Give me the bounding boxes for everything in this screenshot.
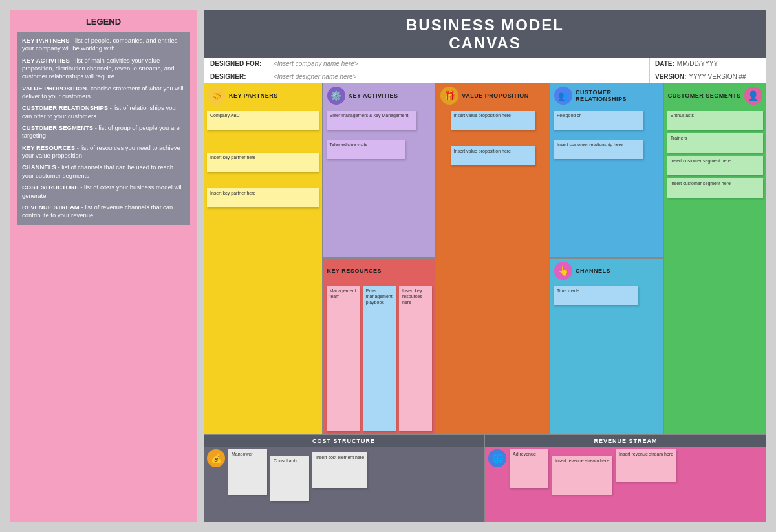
- kr-body: Management team Enter management playboo…: [323, 283, 436, 434]
- vp-title: VALUE PROPOSITION: [462, 92, 528, 99]
- legend-item-ka: KEY ACTIVITIES - list of main activities…: [22, 57, 185, 81]
- cs-icon: 👤: [744, 87, 762, 105]
- kr-note-2[interactable]: Enter management playbook: [363, 286, 396, 431]
- meta-right: DATE: MM/DD/YYYY VERSION: YYYY VERSION #…: [650, 58, 766, 83]
- vp-note-1[interactable]: Insert value proposition here: [451, 111, 535, 130]
- ch-title: CHANNELS: [576, 268, 610, 274]
- cs-header: CUSTOMER SEGMENTS 👤: [664, 83, 766, 108]
- legend-item-cost: COST STRUCTURE - list of costs your busi…: [22, 184, 185, 200]
- cr-body: Feelgood cr Insert customer relationship…: [550, 108, 663, 257]
- cost-body: 💰 Manpower Consultants Insert cost eleme…: [204, 447, 484, 522]
- cost-note-1[interactable]: Manpower: [228, 449, 267, 495]
- bottom-row: COST STRUCTURE 💰 Manpower Consultants In…: [204, 435, 766, 522]
- cell-cost-structure: COST STRUCTURE 💰 Manpower Consultants In…: [204, 435, 485, 522]
- legend-item-cs: CUSTOMER SEGMENTS - list of group of peo…: [22, 124, 185, 140]
- kp-note-1[interactable]: Company ABC: [207, 111, 319, 130]
- canvas-header: BUSINESS MODEL CANVAS: [204, 10, 766, 58]
- cs-body: Enthusiasts Trainers Insert customer seg…: [664, 108, 766, 434]
- meta-version: VERSION: YYYY VERSION ##: [650, 70, 766, 83]
- cr-note-1[interactable]: Feelgood cr: [554, 111, 643, 130]
- legend-item-ch: CHANNELS - list of channels that can be …: [22, 164, 185, 180]
- cost-note-2[interactable]: Consultants: [270, 456, 309, 501]
- cost-note-3[interactable]: Insert cost element here: [312, 452, 367, 488]
- canvas-panel: BUSINESS MODEL CANVAS DESIGNED FOR: <Ins…: [204, 10, 766, 522]
- kr-note-3[interactable]: Insert key resources here: [399, 286, 432, 431]
- meta-date: DATE: MM/DD/YYYY: [650, 58, 766, 70]
- legend-item-kr: KEY RESOURCES - list of resources you ne…: [22, 144, 185, 160]
- ch-note-1[interactable]: Time made: [554, 286, 638, 305]
- ka-icon: ⚙️: [327, 87, 345, 105]
- legend-title: LEGEND: [17, 17, 190, 27]
- legend-body: KEY PARTNERS - list of people, companies…: [17, 32, 190, 225]
- meta-designed-for: DESIGNED FOR: <Insert company name here>: [204, 58, 649, 70]
- vp-body: Insert value proposition here Insert val…: [436, 108, 549, 434]
- cr-icon: 👥: [554, 87, 572, 105]
- ka-note-1[interactable]: Enter management & key Management: [327, 111, 416, 130]
- kp-icon: 🤝: [208, 87, 226, 105]
- kp-note-2[interactable]: Insert key partner here: [207, 153, 319, 172]
- rev-note-1[interactable]: Ad revenue: [510, 449, 548, 488]
- legend-item-vp: VALUE PROPOSITION- concise statement of …: [22, 85, 185, 101]
- cr-header: 👥 CUSTOMER RELATIONSHIPS: [550, 83, 663, 108]
- cs-note-4[interactable]: Insert customer segment here: [667, 178, 763, 198]
- cell-channels: 👆 CHANNELS Time made: [550, 259, 664, 434]
- kr-title: KEY RESOURCES: [327, 268, 382, 274]
- rev-body: 🌐 Ad revenue Insert revenue stream here …: [485, 447, 766, 522]
- rev-note-2[interactable]: Insert revenue stream here: [552, 456, 612, 495]
- vp-icon: 🎁: [440, 87, 458, 105]
- legend-item-kp: KEY PARTNERS - list of people, companies…: [22, 37, 185, 53]
- cs-title: CUSTOMER SEGMENTS: [668, 92, 741, 99]
- cs-note-1[interactable]: Enthusiasts: [667, 111, 763, 130]
- rev-icon: 🌐: [488, 449, 506, 467]
- cell-key-partners: 🤝 KEY PARTNERS Company ABC Insert key pa…: [204, 83, 323, 434]
- legend-item-cr: CUSTOMER RELATIONSHIPS - list of relatio…: [22, 104, 185, 120]
- cr-note-2[interactable]: Insert customer relationship here: [554, 140, 643, 159]
- kp-title: KEY PARTNERS: [229, 92, 278, 99]
- cell-key-resources: KEY RESOURCES Management team Enter mana…: [323, 259, 437, 434]
- kp-note-3[interactable]: Insert key partner here: [207, 188, 319, 207]
- main-grid: 🤝 KEY PARTNERS Company ABC Insert key pa…: [204, 83, 766, 435]
- ch-icon: 👆: [554, 262, 572, 280]
- cell-key-activities: ⚙️ KEY ACTIVITIES Enter management & key…: [323, 83, 437, 259]
- cell-revenue-stream: REVENUE STREAM 🌐 Ad revenue Insert reven…: [485, 435, 766, 522]
- ka-body: Enter management & key Management Teleme…: [323, 108, 436, 257]
- legend-panel: LEGEND KEY PARTNERS - list of people, co…: [10, 10, 197, 522]
- kp-header: 🤝 KEY PARTNERS: [204, 83, 322, 108]
- cost-header: COST STRUCTURE: [204, 435, 484, 447]
- meta-designer: DESIGNER: <Insert designer name here>: [204, 70, 649, 83]
- vp-header: 🎁 VALUE PROPOSITION: [436, 83, 549, 108]
- kp-body: Company ABC Insert key partner here Inse…: [204, 108, 322, 434]
- ch-header: 👆 CHANNELS: [550, 259, 663, 283]
- canvas-body: 🤝 KEY PARTNERS Company ABC Insert key pa…: [204, 83, 766, 522]
- kr-note-1[interactable]: Management team: [327, 286, 360, 431]
- ka-header: ⚙️ KEY ACTIVITIES: [323, 83, 436, 108]
- rev-note-3[interactable]: Insert revenue stream here: [616, 449, 676, 482]
- cell-value-proposition: 🎁 VALUE PROPOSITION Insert value proposi…: [436, 83, 550, 434]
- cs-note-2[interactable]: Trainers: [667, 133, 763, 153]
- canvas-title: BUSINESS MODEL CANVAS: [204, 16, 766, 52]
- ka-title: KEY ACTIVITIES: [349, 92, 398, 99]
- cs-note-3[interactable]: Insert customer segment here: [667, 156, 763, 175]
- meta-row: DESIGNED FOR: <Insert company name here>…: [204, 58, 766, 83]
- ka-note-2[interactable]: Telemedicine visits: [327, 140, 406, 159]
- cost-icon: 💰: [207, 449, 225, 467]
- legend-item-rev: REVENUE STREAM - list of revenue channel…: [22, 204, 185, 220]
- vp-note-2[interactable]: Insert value proposition here: [451, 146, 535, 165]
- cell-customer-segments: CUSTOMER SEGMENTS 👤 Enthusiasts Trainers…: [664, 83, 766, 434]
- cr-title: CUSTOMER RELATIONSHIPS: [576, 89, 659, 102]
- rev-header: REVENUE STREAM: [485, 435, 766, 447]
- ch-body: Time made: [550, 283, 663, 434]
- meta-left: DESIGNED FOR: <Insert company name here>…: [204, 58, 650, 83]
- kr-header: KEY RESOURCES: [323, 259, 436, 283]
- cell-customer-relationships: 👥 CUSTOMER RELATIONSHIPS Feelgood cr Ins…: [550, 83, 664, 259]
